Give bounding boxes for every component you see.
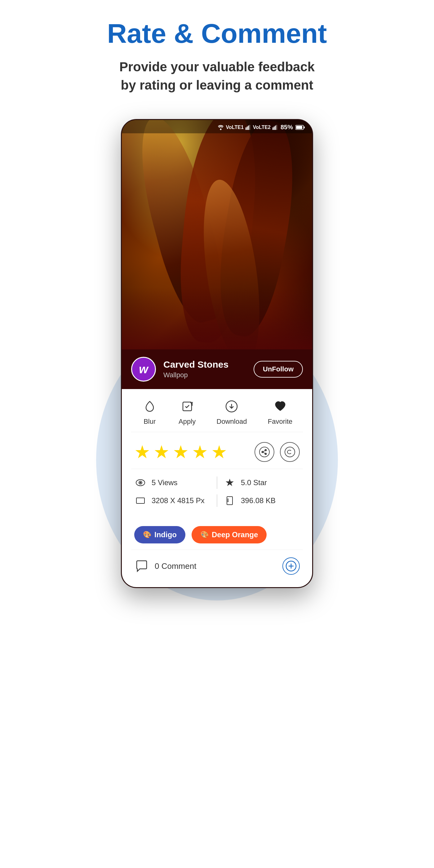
star-1[interactable]: ★ [134,441,150,463]
favorite-icon [272,398,288,414]
star-4[interactable]: ★ [192,441,208,463]
status-icons: VoLTE1 VoLTE2 [217,125,278,130]
svg-line-19 [263,452,265,454]
wallpaper-preview [122,120,312,349]
svg-rect-5 [273,127,273,130]
wallpaper-name: Carved Stones Wallpop [163,359,246,379]
app-logo-text: w [139,363,148,376]
filesize-stat: 396.08 KB [223,494,300,507]
svg-point-16 [265,450,267,451]
rating-actions [254,442,300,462]
star-value: 5.0 Star [241,478,267,487]
stats-row-1: 5 Views 5.0 Star [134,476,300,489]
status-bar: VoLTE1 VoLTE2 85% [122,120,312,133]
svg-point-14 [259,447,269,457]
filesize-value: 396.08 KB [241,496,276,505]
apply-action[interactable]: Apply [179,398,196,426]
download-action[interactable]: Download [217,398,247,426]
star-rating[interactable]: ★ ★ ★ ★ ★ [134,441,227,463]
stats-section: 5 Views 5.0 Star [131,469,303,520]
apply-icon [179,398,195,414]
palette-icon-2: 🎨 [200,531,209,539]
tag-indigo-label: Indigo [154,530,177,539]
wallpaper-source: Wallpop [163,371,246,379]
star-3[interactable]: ★ [173,441,189,463]
phone-frame: VoLTE1 VoLTE2 85% [121,119,313,588]
dimensions-icon [134,494,147,507]
svg-marker-24 [226,478,234,486]
app-logo: w [131,357,156,382]
comment-count: 0 Comment [155,561,196,571]
svg-rect-11 [304,126,305,128]
svg-rect-3 [248,126,249,130]
eye-icon [134,476,147,489]
add-comment-button[interactable] [282,557,300,575]
svg-rect-12 [183,402,192,411]
wallpaper-info-bar: w Carved Stones Wallpop UnFollow [122,349,312,389]
dimensions-stat: 3208 X 4815 Px [134,494,211,507]
page-title: Rate & Comment [107,19,327,49]
star-stat: 5.0 Star [223,476,300,489]
bottom-panel: Blur Apply [122,389,312,587]
svg-rect-6 [274,126,275,130]
rating-row: ★ ★ ★ ★ ★ [131,432,303,469]
blur-icon [142,398,158,414]
views-stat: 5 Views [134,476,211,489]
phone-mockup: VoLTE1 VoLTE2 85% [121,119,313,588]
tag-indigo[interactable]: 🎨 Indigo [134,526,185,544]
apply-label: Apply [179,417,196,426]
comment-section: 0 Comment [131,550,303,578]
page-subtitle: Provide your valuable feedback by rating… [119,58,315,95]
svg-point-17 [265,453,267,455]
blur-action[interactable]: Blur [142,398,158,426]
star-2[interactable]: ★ [153,441,169,463]
svg-rect-1 [246,127,246,130]
svg-point-20 [285,447,295,457]
views-value: 5 Views [152,478,178,487]
comment-left: 0 Comment [134,559,196,574]
download-icon [223,398,240,414]
stat-divider-2 [217,494,217,507]
svg-point-23 [140,482,141,483]
comment-icon [134,559,149,574]
star-icon [223,476,236,489]
svg-rect-2 [247,126,248,130]
star-5[interactable]: ★ [211,441,227,463]
svg-rect-8 [276,125,277,130]
favorite-action[interactable]: Favorite [268,398,292,426]
svg-rect-25 [136,498,145,503]
palette-icon: 🎨 [143,531,151,539]
wallpaper-title: Carved Stones [163,359,246,370]
svg-point-0 [220,128,221,130]
action-bar: Blur Apply [131,389,303,432]
sd-card-icon [223,494,236,507]
svg-rect-7 [275,126,276,130]
unfollow-button[interactable]: UnFollow [254,361,303,378]
copyright-button[interactable] [280,442,300,462]
svg-rect-10 [296,126,302,129]
svg-line-18 [263,451,265,452]
share-button[interactable] [254,442,274,462]
download-label: Download [217,417,247,426]
stat-divider-1 [217,476,217,489]
tag-orange-label: Deep Orange [212,530,258,539]
battery-indicator: 85% [281,124,293,131]
tag-deep-orange[interactable]: 🎨 Deep Orange [192,526,267,544]
tags-row: 🎨 Indigo 🎨 Deep Orange [131,520,303,547]
svg-rect-4 [249,125,250,130]
blur-label: Blur [144,417,156,426]
stats-row-2: 3208 X 4815 Px [134,494,300,507]
favorite-label: Favorite [268,417,292,426]
dimensions-value: 3208 X 4815 Px [152,496,205,505]
